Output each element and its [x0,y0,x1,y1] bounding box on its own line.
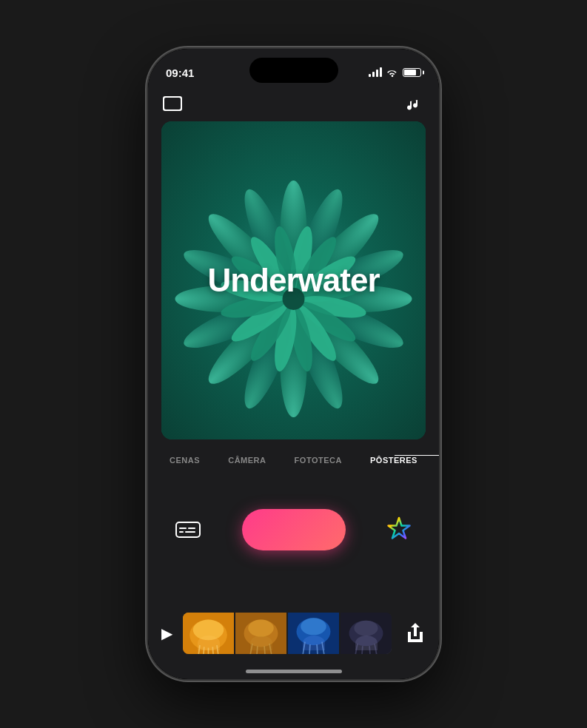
status-icons [369,68,421,77]
svg-rect-39 [188,528,195,529]
wifi-icon [386,68,398,77]
tab-camera[interactable]: CÂMERA [224,450,270,471]
svg-rect-2 [166,109,181,111]
video-background: Underwater [161,121,426,439]
video-title: Underwater [207,262,379,299]
music-button[interactable] [402,95,426,115]
record-button[interactable] [242,509,346,550]
video-preview: Underwater [161,121,426,439]
status-time: 09:41 [166,67,194,79]
svg-line-46 [204,647,204,654]
annotation-line [395,455,439,456]
svg-point-66 [354,621,378,636]
thumbnail-2[interactable] [235,613,286,654]
dynamic-island [249,58,338,83]
phone-frame: 09:41 [148,49,439,679]
battery-icon [403,68,421,77]
svg-point-44 [193,620,224,641]
tab-posters[interactable]: PÔSTERES [366,450,422,471]
thumbnail-strip [183,613,392,654]
svg-line-61 [309,644,310,654]
svg-line-68 [362,646,363,654]
thumbnail-4[interactable] [341,613,392,654]
signal-icon [369,68,382,77]
svg-point-52 [248,620,274,637]
top-toolbar [148,89,439,121]
library-button[interactable] [161,95,185,115]
subtitle-button[interactable] [170,512,206,547]
svg-point-59 [301,618,326,635]
svg-line-62 [317,644,318,654]
tab-bar: CENAS CÂMERA FOTOTECA PÔSTERES [148,444,439,476]
timeline-area: ▶ [148,604,439,663]
tab-scenes[interactable]: CENAS [165,450,204,471]
play-button[interactable]: ▶ [161,624,172,642]
svg-rect-41 [185,531,195,533]
svg-line-48 [212,647,213,654]
tab-photos[interactable]: FOTOTECA [290,450,346,471]
svg-line-54 [257,646,258,654]
star-button[interactable] [381,512,417,547]
thumbnail-1[interactable] [183,613,234,654]
phone-screen: 09:41 [148,49,439,679]
controls-area [148,485,439,574]
svg-rect-40 [179,531,184,533]
thumbnail-3[interactable] [288,613,339,654]
svg-line-55 [264,646,265,654]
svg-rect-1 [164,98,181,109]
svg-rect-37 [176,522,200,537]
share-button[interactable] [405,621,426,645]
svg-line-69 [369,646,370,654]
app-content: Underwater CENAS CÂMERA FOTOTECA PÔSTERE… [148,49,439,679]
home-indicator [246,670,342,673]
svg-rect-38 [179,528,187,529]
